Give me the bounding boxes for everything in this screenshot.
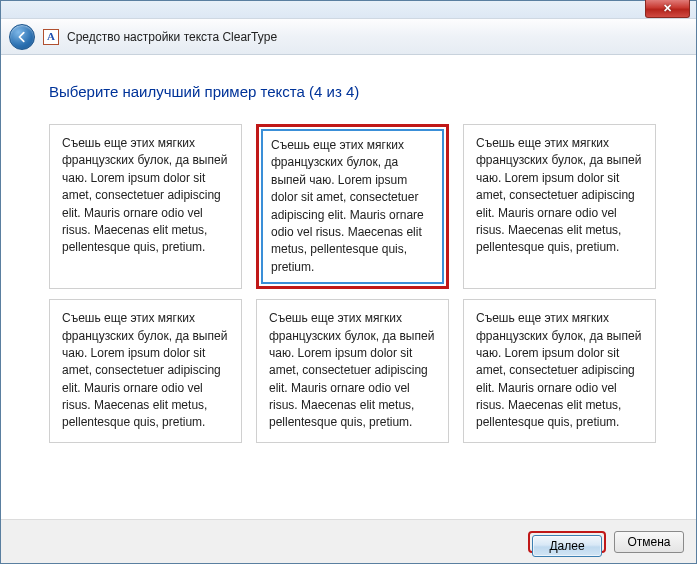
text-sample-4[interactable]: Съешь еще этих мягких французских булок,… — [49, 299, 242, 443]
window-title: Средство настройки текста ClearType — [67, 30, 277, 44]
text-sample-1[interactable]: Съешь еще этих мягких французских булок,… — [49, 124, 242, 289]
sample-text: Съешь еще этих мягких французских булок,… — [271, 138, 424, 274]
back-arrow-icon — [15, 30, 29, 44]
sample-text: Съешь еще этих мягких французских булок,… — [476, 311, 641, 429]
titlebar: ✕ — [1, 1, 696, 19]
close-button[interactable]: ✕ — [645, 0, 690, 18]
back-button[interactable] — [9, 24, 35, 50]
page-heading: Выберите наилучший пример текста (4 из 4… — [49, 83, 656, 100]
next-button-highlight: Далее — [528, 531, 606, 553]
next-button[interactable]: Далее — [532, 535, 602, 557]
content-area: Выберите наилучший пример текста (4 из 4… — [1, 55, 696, 443]
app-icon-letter: A — [47, 31, 55, 42]
sample-text: Съешь еще этих мягких французских булок,… — [62, 311, 227, 429]
wizard-window: ✕ A Средство настройки текста ClearType … — [0, 0, 697, 564]
sample-text: Съешь еще этих мягких французских булок,… — [269, 311, 434, 429]
sample-text: Съешь еще этих мягких французских булок,… — [476, 136, 641, 254]
sample-grid: Съешь еще этих мягких французских булок,… — [49, 124, 656, 443]
text-sample-5[interactable]: Съешь еще этих мягких французских булок,… — [256, 299, 449, 443]
footer-bar: Далее Отмена — [1, 519, 696, 563]
sample-text: Съешь еще этих мягких французских булок,… — [62, 136, 227, 254]
app-icon: A — [43, 29, 59, 45]
text-sample-2[interactable]: Съешь еще этих мягких французских булок,… — [256, 124, 449, 289]
close-icon: ✕ — [663, 2, 672, 15]
header-bar: A Средство настройки текста ClearType — [1, 19, 696, 55]
text-sample-3[interactable]: Съешь еще этих мягких французских булок,… — [463, 124, 656, 289]
cancel-button[interactable]: Отмена — [614, 531, 684, 553]
text-sample-6[interactable]: Съешь еще этих мягких французских булок,… — [463, 299, 656, 443]
